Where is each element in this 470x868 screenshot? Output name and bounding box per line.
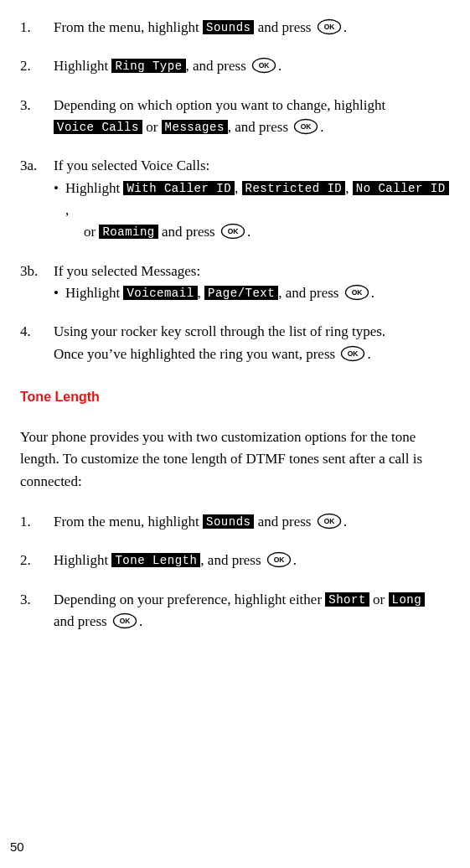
text: . <box>343 19 347 35</box>
bullet-dot: • <box>54 282 65 304</box>
text: If you selected Messages: <box>54 263 200 279</box>
ok-key-icon: OK <box>317 513 342 530</box>
menu-chip-restricted-id: Restricted ID <box>242 181 346 195</box>
text: , and press <box>200 552 264 568</box>
text: or <box>84 224 99 240</box>
text: From the menu, highlight <box>54 19 203 35</box>
text: , <box>198 285 205 301</box>
step-number: 3. <box>20 589 54 633</box>
page-number: 50 <box>10 837 24 856</box>
menu-chip-long: Long <box>389 592 426 607</box>
text: , <box>235 180 242 196</box>
text: and press <box>54 613 111 629</box>
step-3: 3. Depending on your preference, highlig… <box>20 589 450 633</box>
menu-chip-page-text: Page/Text <box>204 286 278 300</box>
ok-key-icon: OK <box>340 345 365 362</box>
indent: or Roaming and press OK. <box>65 224 250 240</box>
text: , and press <box>278 285 342 301</box>
svg-text:OK: OK <box>301 122 312 131</box>
text: . <box>293 552 297 568</box>
svg-text:OK: OK <box>273 555 285 564</box>
menu-chip-messages: Messages <box>162 120 228 134</box>
svg-text:OK: OK <box>323 23 335 31</box>
text: or <box>369 592 389 607</box>
step-number: 2. <box>20 550 54 571</box>
menu-chip-short: Short <box>325 592 369 607</box>
step-number: 1. <box>20 17 54 39</box>
steps-ring-type: 1. From the menu, highlight Sounds and p… <box>20 17 450 365</box>
text: Once you’ve highlighted the ring you wan… <box>54 346 338 362</box>
text: . <box>320 119 323 135</box>
ok-key-icon: OK <box>220 223 245 240</box>
step-number: 2. <box>20 55 54 77</box>
text: . <box>278 58 281 74</box>
text: . <box>371 285 374 301</box>
menu-chip-ring-type: Ring Type <box>111 59 185 73</box>
text: and press <box>254 19 314 35</box>
menu-chip-with-caller-id: With Caller ID <box>123 181 235 195</box>
step-2: 2. Highlight Ring Type, and press OK. <box>20 55 450 77</box>
step-number: 4. <box>20 321 54 365</box>
text: or <box>142 119 162 135</box>
menu-chip-no-caller-id: No Caller ID <box>353 181 449 195</box>
text: , and press <box>186 58 250 74</box>
text: Highlight <box>54 552 111 568</box>
menu-chip-roaming: Roaming <box>99 225 158 239</box>
step-number: 3b. <box>20 261 54 305</box>
svg-text:OK: OK <box>351 288 363 297</box>
step-body: If you selected Messages: • Highlight Vo… <box>54 261 450 305</box>
svg-text:OK: OK <box>348 349 359 358</box>
ok-key-icon: OK <box>266 551 292 568</box>
step-body: Highlight Tone Length, and press OK. <box>54 550 450 571</box>
ok-key-icon: OK <box>344 284 369 301</box>
step-3a: 3a. If you selected Voice Calls: • Highl… <box>20 155 450 243</box>
svg-text:OK: OK <box>228 228 240 236</box>
manual-page: 1. From the menu, highlight Sounds and p… <box>0 0 470 868</box>
text: If you selected Voice Calls: <box>54 158 209 173</box>
step-body: Highlight Ring Type, and press OK. <box>54 55 450 77</box>
ok-key-icon: OK <box>293 118 318 135</box>
text: Using your rocker key scroll through the… <box>54 323 385 339</box>
text: . <box>343 514 347 530</box>
step-1: 1. From the menu, highlight Sounds and p… <box>20 17 450 39</box>
bullet-dot: • <box>54 178 65 244</box>
text: . <box>139 613 142 629</box>
step-number: 3a. <box>20 155 54 243</box>
text: . <box>367 346 370 362</box>
intro-paragraph: Your phone provides you with two customi… <box>20 426 450 493</box>
text: , <box>345 180 353 196</box>
menu-chip-tone-length: Tone Length <box>111 553 200 567</box>
step-body: From the menu, highlight Sounds and pres… <box>54 17 450 39</box>
text: Highlight <box>65 180 123 196</box>
step-1: 1. From the menu, highlight Sounds and p… <box>20 511 450 533</box>
text: Highlight <box>65 285 123 301</box>
text: and press <box>158 224 219 240</box>
step-4: 4. Using your rocker key scroll through … <box>20 321 450 365</box>
step-body: Using your rocker key scroll through the… <box>54 321 450 365</box>
step-number: 3. <box>20 95 54 139</box>
menu-chip-voicemail: Voicemail <box>123 286 197 300</box>
svg-text:OK: OK <box>323 517 335 525</box>
text: Highlight <box>54 58 111 74</box>
ok-key-icon: OK <box>317 18 342 35</box>
text: . <box>247 224 250 240</box>
bullet-body: Highlight With Caller ID, Restricted ID,… <box>65 178 450 244</box>
step-3b: 3b. If you selected Messages: • Highligh… <box>20 261 450 305</box>
heading-tone-length: Tone Length <box>20 387 450 408</box>
step-body: Depending on your preference, highlight … <box>54 589 450 633</box>
ok-key-icon: OK <box>112 612 137 629</box>
text: From the menu, highlight <box>54 514 203 530</box>
steps-tone-length: 1. From the menu, highlight Sounds and p… <box>20 511 450 633</box>
ok-key-icon: OK <box>251 57 276 74</box>
menu-chip-voice-calls: Voice Calls <box>54 120 142 134</box>
step-body: From the menu, highlight Sounds and pres… <box>54 511 450 533</box>
text: , and press <box>228 119 292 135</box>
menu-chip-sounds: Sounds <box>203 514 254 529</box>
bullet: • Highlight Voicemail, Page/Text, and pr… <box>54 282 450 304</box>
svg-text:OK: OK <box>120 617 132 625</box>
step-number: 1. <box>20 511 54 533</box>
menu-chip-sounds: Sounds <box>203 20 254 34</box>
step-body: If you selected Voice Calls: • Highlight… <box>54 155 450 243</box>
step-2: 2. Highlight Tone Length, and press OK. <box>20 550 450 571</box>
step-3: 3. Depending on which option you want to… <box>20 95 450 139</box>
